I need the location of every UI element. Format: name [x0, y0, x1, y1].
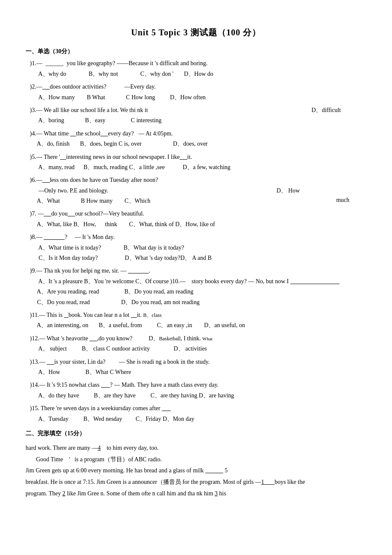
- q6-stem2: —Only two. P.E and biology. D、 How much: [30, 186, 366, 196]
- question-11: )11.— This is book. You can lear n a lot…: [26, 311, 366, 331]
- q9-options: A、It 's a pleasure B、You 're welcome C、O…: [30, 277, 366, 286]
- question-9: )9.— Tha nk you for helpi ng me, sir. — …: [26, 266, 366, 307]
- question-4: )4.— What time the school every day? — A…: [26, 129, 366, 149]
- q11-stem: )11.— This is book. You can lear n a lot…: [30, 311, 366, 320]
- q12-stem: )12.— What 's heavorite ,do you know? D、…: [30, 334, 366, 343]
- q5-stem: )5.— There ' interesting news in our sch…: [30, 152, 366, 162]
- question-7: )7. — do you our school?—Very beautiful.…: [26, 209, 366, 229]
- q3-options: A、boring B、easy C interesting: [30, 116, 366, 125]
- section1-header: 一、单选（30分）: [26, 47, 366, 56]
- q8-opt-ab: A、What time is it today? B、What day is i…: [30, 243, 366, 253]
- q15-stem: )15. There 're seven days in a weekiursd…: [30, 404, 366, 413]
- question-8: )8.— ? — It 's Mon day. A、What time is i…: [26, 233, 366, 263]
- passage-line1: Jim Green gets up at 6:00 every morning.…: [26, 465, 366, 477]
- q14-options: A、do they have B、are they have C、are the…: [30, 391, 366, 400]
- q4-options: A、do, finish B、does, begin C is, over D、…: [30, 139, 366, 149]
- question-3: )3.— We all like our school life a lot. …: [26, 106, 366, 126]
- q6-stem: )6.— less ons does he have on Tuesday af…: [30, 175, 366, 185]
- q14-stem: )14.— It 's 9:15 nowhat class ? — Math. …: [30, 380, 366, 390]
- question-5: )5.— There ' interesting news in our sch…: [26, 152, 366, 173]
- passage-line3: program. They 2 like Jim Gree n. Some of…: [26, 488, 366, 500]
- passage-title: Good Time ' is a program（节目）of ABC radio…: [26, 454, 366, 466]
- q10-opt-ab: A、Are you reading, read B、Do you read, a…: [30, 287, 366, 296]
- q15-options: A、Tuesday B、Wed nesday C、Friday D、Mon da…: [30, 414, 366, 424]
- passage-block: hard work. There are many —4 to him ever…: [26, 443, 366, 499]
- q2-options: A、How many B What C How long D、How often: [30, 93, 366, 102]
- question-6: )6.— less ons does he have on Tuesday af…: [26, 175, 366, 206]
- question-1: )1.— ______ you like geography? ——Becaus…: [26, 59, 366, 79]
- q3-stem: )3.— We all like our school life a lot. …: [30, 106, 366, 115]
- q13-stem: )13.— is your sister, Lin da? — She is r…: [30, 357, 366, 367]
- question-14: )14.— It 's 9:15 nowhat class ? — Math. …: [26, 380, 366, 400]
- q5-options: A、many, read B、much, reading C、a little …: [30, 163, 366, 172]
- q7-options: A、What, like B、How, think C、What, think …: [30, 220, 366, 229]
- page-title: Unit 5 Topic 3 测试题（100 分）: [26, 26, 366, 39]
- q4-stem: )4.— What time the school every day? — A…: [30, 129, 366, 138]
- question-15: )15. There 're seven days in a weekiursd…: [26, 404, 366, 424]
- q8-opt-cd: C、Is it Mon day today? D、What 's day tod…: [30, 253, 366, 263]
- q1-options: A、why do B、why not C、why don ' D、How do: [30, 69, 366, 79]
- passage-line2: breakfast. He is once at 7:15. Jim Green…: [26, 477, 366, 488]
- question-12: )12.— What 's heavorite ,do you know? D、…: [26, 334, 366, 354]
- question-13: )13.— is your sister, Lin da? — She is r…: [26, 357, 366, 377]
- q12-options: A、 subject B、 class C outdoor activity D…: [30, 344, 366, 354]
- question-2: )2.— does outdoor activities? —Every day…: [26, 82, 366, 102]
- q2-stem: )2.— does outdoor activities? —Every day…: [30, 82, 366, 92]
- q10-opt-cd: C、Do you read, read D、Do you read, am no…: [30, 298, 366, 307]
- q9-stem: )9.— Tha nk you for helpi ng me, sir. — …: [30, 266, 366, 276]
- q13-options: A、How B、What C Where: [30, 368, 366, 377]
- q8-stem: )8.— ? — It 's Mon day.: [30, 233, 366, 242]
- q7-stem: )7. — do you our school?—Very beautiful.: [30, 209, 366, 219]
- passage-intro: hard work. There are many —4 to him ever…: [26, 443, 366, 454]
- q11-options: A、an interesting, on B、a useful, from C、…: [30, 321, 366, 330]
- section2-header: 二、完形填空（15分）: [26, 429, 366, 438]
- q1-stem: )1.— ______ you like geography? ——Becaus…: [30, 59, 366, 68]
